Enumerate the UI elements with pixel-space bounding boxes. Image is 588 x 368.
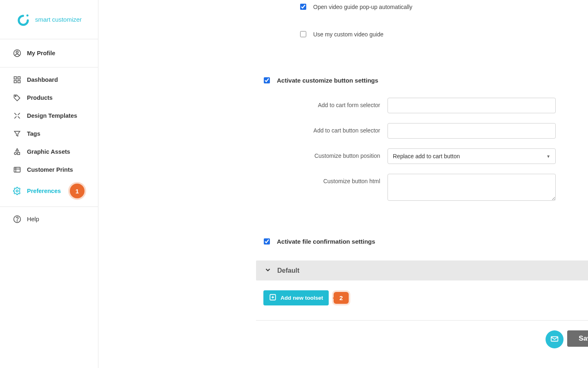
shapes-icon: [13, 148, 21, 156]
brand-name: smart customizer: [35, 16, 82, 23]
main-content: Open video guide pop-up automatically Us…: [98, 0, 588, 368]
callout-badge-2: 2: [334, 292, 348, 304]
chevron-down-icon: [264, 266, 272, 275]
accordion-default[interactable]: Default: [256, 260, 588, 280]
checkbox-activate-customize[interactable]: [264, 77, 270, 83]
gear-icon: [13, 187, 21, 195]
checkbox-activate-file-confirmation[interactable]: [264, 238, 270, 245]
field-label: Customize button position: [98, 148, 388, 159]
checkbox-auto-video-popup[interactable]: Open video guide pop-up automatically: [298, 0, 588, 13]
svg-rect-5: [18, 77, 20, 79]
sidebar-item-tags[interactable]: Tags: [0, 125, 98, 143]
section-title: Activate file confirmation settings: [277, 238, 375, 245]
select-value: Replace add to cart button: [393, 153, 460, 159]
input-button-selector[interactable]: [388, 123, 556, 139]
section-title: Activate customize button settings: [277, 77, 378, 84]
help-icon: [13, 215, 21, 223]
checkbox-label: Use my custom video guide: [313, 31, 383, 38]
field-button-html: Customize button html: [98, 174, 588, 202]
sidebar-item-design-templates[interactable]: Design Templates: [0, 107, 98, 125]
checkbox-input[interactable]: [300, 31, 306, 37]
field-button-selector: Add to cart button selector: [98, 123, 588, 139]
sidebar-item-label: Graphic Assets: [27, 148, 70, 155]
add-toolset-button[interactable]: Add new toolset: [263, 290, 329, 305]
svg-rect-10: [18, 153, 20, 155]
svg-point-8: [15, 96, 16, 96]
mail-icon: [550, 334, 559, 345]
svg-rect-6: [14, 81, 17, 83]
svg-point-1: [27, 14, 29, 16]
sidebar-section-main: Dashboard Products Design Templates Tags: [0, 67, 98, 207]
brand-logo-icon: [16, 13, 30, 27]
svg-rect-7: [18, 81, 20, 83]
tools-icon: [13, 112, 21, 120]
sidebar-item-customer-prints[interactable]: Customer Prints: [0, 161, 98, 179]
textarea-button-html[interactable]: [388, 174, 556, 201]
svg-rect-11: [14, 167, 20, 172]
sidebar-item-label: Tags: [27, 130, 40, 137]
sidebar-item-dashboard[interactable]: Dashboard: [0, 71, 98, 89]
filter-icon: [13, 130, 21, 138]
field-label: Add to cart form selector: [98, 98, 388, 108]
save-button[interactable]: Save: [567, 330, 588, 347]
sidebar-item-products[interactable]: Products: [0, 89, 98, 107]
field-label: Customize button html: [98, 174, 388, 184]
button-label: Add new toolset: [281, 295, 323, 301]
select-button-position[interactable]: Replace add to cart button ▼: [388, 148, 556, 164]
sidebar-item-label: Customer Prints: [27, 166, 73, 173]
chat-button[interactable]: [546, 330, 564, 348]
sidebar-item-label: My Profile: [27, 50, 55, 56]
svg-point-3: [16, 51, 18, 53]
sidebar-item-label: Products: [27, 94, 53, 101]
sidebar-item-graphic-assets[interactable]: Graphic Assets: [0, 143, 98, 161]
accordion-title: Default: [277, 267, 299, 274]
svg-point-14: [17, 221, 17, 221]
callout-badge-1: 1: [70, 184, 85, 198]
section-customize-button: Activate customize button settings: [262, 76, 588, 85]
sidebar-section-profile: My Profile: [0, 39, 98, 67]
sidebar-item-profile[interactable]: My Profile: [0, 44, 98, 62]
prints-icon: [13, 166, 21, 174]
sidebar-item-preferences[interactable]: Preferences 1: [0, 179, 98, 203]
field-form-selector: Add to cart form selector: [98, 98, 588, 113]
svg-point-0: [19, 16, 28, 25]
sidebar-item-help[interactable]: Help: [0, 210, 98, 228]
input-form-selector[interactable]: [388, 98, 556, 113]
svg-point-12: [16, 190, 18, 192]
checkbox-label: Open video guide pop-up automatically: [313, 4, 412, 10]
brand: smart customizer: [0, 0, 98, 39]
sidebar-item-label: Preferences: [27, 188, 61, 194]
divider: [256, 320, 588, 321]
tag-icon: [13, 94, 21, 102]
dashboard-icon: [13, 76, 21, 84]
chevron-down-icon: ▼: [546, 154, 550, 159]
checkbox-custom-video[interactable]: Use my custom video guide: [298, 27, 588, 41]
sidebar-section-help: Help: [0, 207, 98, 231]
sidebar-item-label: Help: [27, 216, 39, 222]
user-icon: [13, 49, 21, 57]
plus-box-icon: [269, 294, 276, 302]
section-file-confirmation: Activate file confirmation settings: [262, 237, 588, 246]
sidebar: smart customizer My Profile Dashboard: [0, 0, 98, 368]
field-button-position: Customize button position Replace add to…: [98, 148, 588, 164]
sidebar-item-label: Design Templates: [27, 112, 77, 119]
sidebar-item-label: Dashboard: [27, 76, 58, 83]
field-label: Add to cart button selector: [98, 123, 388, 134]
checkbox-input[interactable]: [300, 4, 306, 10]
svg-rect-4: [14, 77, 17, 79]
svg-point-9: [14, 153, 16, 155]
button-label: Save: [579, 334, 588, 342]
